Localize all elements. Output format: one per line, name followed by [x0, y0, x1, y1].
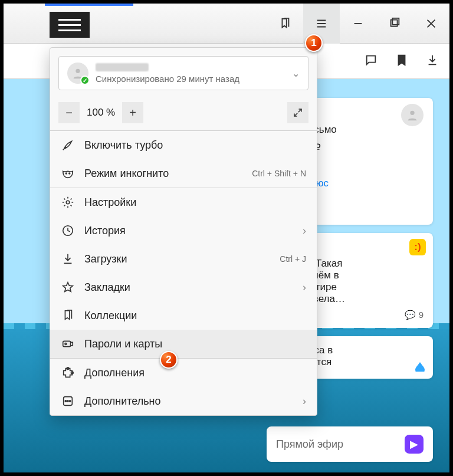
bookmark-icon	[395, 54, 408, 67]
fullscreen-icon	[293, 107, 303, 118]
svg-point-14	[67, 401, 68, 402]
hamburger-icon	[315, 17, 328, 30]
menu-item-label: Настройки	[84, 196, 136, 209]
svg-point-3	[76, 69, 80, 73]
service-badge-icon: :)	[409, 239, 426, 255]
svg-point-15	[70, 401, 71, 402]
svg-point-5	[69, 173, 70, 174]
menu-item-turbo[interactable]: Включить турбо	[50, 131, 317, 159]
menu-item-bookmarks[interactable]: Закладки ›	[50, 273, 317, 301]
svg-point-9	[65, 343, 67, 345]
main-menu-panel: ✓ Синхронизировано 29 минут назад ⌄ − 10…	[50, 47, 317, 416]
svg-point-2	[410, 111, 414, 115]
post-comment-count: 9	[419, 310, 424, 320]
downloads-button[interactable]	[426, 54, 439, 69]
menu-item-label: Пароли и карты	[84, 338, 162, 350]
live-service-icon: ▶	[405, 435, 424, 454]
download-icon	[61, 252, 75, 266]
menu-item-label: Дополнения	[84, 367, 145, 379]
puzzle-icon	[61, 366, 75, 380]
live-label: Прямой эфир	[276, 438, 343, 451]
menu-item-label: Закладки	[84, 281, 130, 294]
zoom-out-button[interactable]: −	[58, 102, 80, 123]
minimize-icon	[352, 17, 365, 30]
menu-item-incognito[interactable]: Режим инкогнито Ctrl + Shift + N	[50, 159, 317, 188]
callout-marker-2: 2	[160, 351, 178, 369]
menu-item-more[interactable]: Дополнительно ›	[50, 387, 317, 415]
chevron-right-icon: ›	[303, 281, 306, 294]
gear-icon	[61, 195, 75, 209]
download-icon	[426, 54, 439, 67]
fullscreen-button[interactable]	[287, 102, 308, 123]
svg-point-4	[65, 173, 67, 174]
close-icon	[425, 17, 438, 30]
svg-rect-1	[392, 18, 399, 25]
live-stream-row[interactable]: Прямой эфир ▶	[267, 426, 433, 462]
chevron-right-icon: ›	[303, 225, 306, 237]
collections-icon	[61, 308, 75, 323]
comment-icon	[365, 54, 378, 67]
avatar: ✓	[67, 63, 88, 84]
zoom-value: 100 %	[86, 107, 116, 119]
tab-menu-button[interactable]	[50, 12, 90, 38]
mask-icon	[61, 166, 75, 180]
account-name-blurred	[96, 63, 149, 71]
window-maximize-button[interactable]	[376, 4, 413, 44]
menu-item-settings[interactable]: Настройки	[50, 188, 317, 216]
svg-rect-0	[391, 20, 398, 27]
key-card-icon	[61, 337, 75, 351]
window-minimize-button[interactable]	[340, 4, 376, 44]
menu-item-label: История	[84, 225, 126, 237]
menu-item-history[interactable]: История ›	[50, 216, 317, 245]
bookmark-all-button[interactable]	[267, 4, 303, 44]
clock-icon	[61, 224, 75, 238]
callout-marker-1: 1	[305, 34, 323, 52]
bookmark-stack-icon	[278, 17, 291, 30]
svg-point-13	[65, 401, 66, 402]
menu-item-label: Загрузки	[84, 253, 127, 265]
avatar	[401, 104, 424, 126]
sync-account-box[interactable]: ✓ Синхронизировано 29 минут назад ⌄	[58, 56, 308, 90]
svg-point-6	[66, 201, 70, 204]
maximize-icon	[388, 17, 401, 30]
sync-status-text: Синхронизировано 29 минут назад	[96, 74, 285, 84]
bookmark-button[interactable]	[395, 54, 408, 69]
menu-item-passwords[interactable]: Пароли и карты	[50, 330, 317, 358]
active-tab-indicator	[45, 4, 133, 6]
menu-item-label: Дополнительно	[84, 395, 161, 408]
menu-shortcut: Ctrl + J	[280, 254, 306, 264]
sync-ok-icon: ✓	[80, 75, 90, 85]
menu-shortcut: Ctrl + Shift + N	[252, 169, 306, 178]
comments-button[interactable]	[365, 54, 378, 69]
menu-item-label: Коллекции	[84, 310, 137, 322]
zoom-in-button[interactable]: +	[122, 102, 143, 123]
zoom-controls: − 100 % +	[50, 95, 317, 130]
menu-item-label: Включить турбо	[84, 139, 163, 152]
menu-item-collections[interactable]: Коллекции	[50, 301, 317, 330]
window-titlebar	[4, 4, 449, 44]
menu-item-label: Режим инкогнито	[84, 168, 169, 180]
window-close-button[interactable]	[413, 4, 449, 44]
more-icon	[61, 394, 75, 408]
menu-item-addons[interactable]: Дополнения	[50, 359, 317, 387]
chevron-right-icon: ›	[303, 395, 306, 408]
star-icon	[61, 280, 75, 294]
chevron-down-icon: ⌄	[292, 68, 300, 79]
menu-item-downloads[interactable]: Загрузки Ctrl + J	[50, 245, 317, 273]
rocket-icon	[61, 138, 75, 152]
